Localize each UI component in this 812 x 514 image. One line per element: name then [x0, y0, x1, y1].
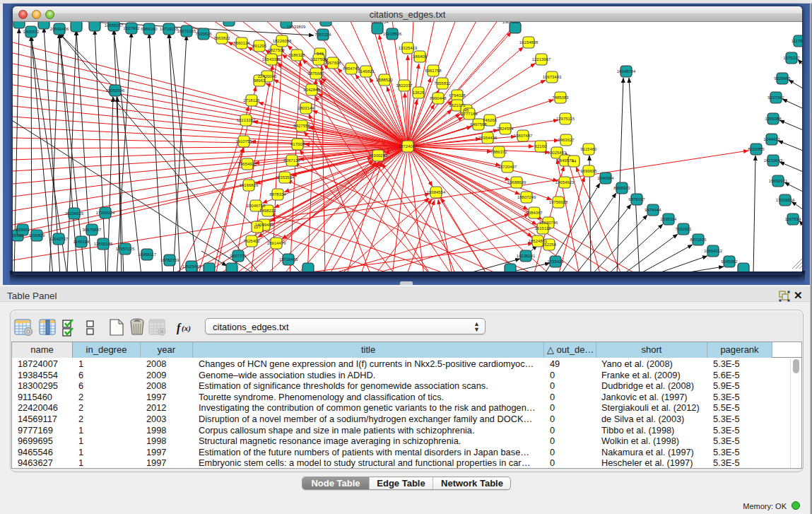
svg-text:7886372: 7886372: [490, 150, 507, 154]
svg-text:19756928: 19756928: [549, 200, 568, 204]
svg-text:9777169: 9777169: [461, 112, 478, 116]
svg-text:62160: 62160: [535, 144, 547, 148]
svg-text:16154808: 16154808: [519, 40, 539, 45]
svg-text:7357224: 7357224: [314, 33, 331, 37]
svg-text:9657771: 9657771: [230, 254, 247, 258]
svg-text:6794028: 6794028: [449, 93, 466, 98]
svg-text:2367608: 2367608: [324, 61, 341, 65]
svg-text:8215955: 8215955: [748, 147, 765, 151]
svg-text:1615112: 1615112: [535, 226, 552, 230]
svg-text:8660124: 8660124: [233, 41, 250, 45]
svg-text:39159: 39159: [13, 233, 24, 238]
svg-text:8267130: 8267130: [283, 158, 300, 163]
svg-text:15720407: 15720407: [498, 165, 517, 169]
svg-text:891295: 891295: [252, 44, 267, 48]
svg-text:7485083: 7485083: [552, 95, 569, 100]
svg-text:20691406: 20691406: [50, 27, 69, 31]
svg-text:44: 44: [572, 159, 577, 163]
svg-text:8990448: 8990448: [430, 96, 447, 100]
svg-text:746266: 746266: [483, 118, 498, 122]
svg-text:(x): (x): [182, 324, 191, 333]
svg-text:15692971: 15692971: [769, 179, 788, 183]
svg-text:8958923: 8958923: [613, 186, 630, 190]
svg-text:7632621: 7632621: [675, 227, 692, 231]
svg-text:10719155: 10719155: [160, 27, 179, 31]
svg-text:2588520: 2588520: [376, 78, 393, 82]
svg-text:16543382: 16543382: [262, 57, 281, 62]
svg-text:9463627: 9463627: [558, 138, 575, 142]
svg-text:15716485: 15716485: [279, 257, 298, 262]
svg-text:3875685: 3875685: [307, 71, 324, 76]
svg-text:8471676: 8471676: [690, 238, 707, 242]
svg-text:16210643: 16210643: [764, 158, 783, 163]
svg-text:1145194: 1145194: [73, 240, 90, 244]
svg-text:2935114: 2935114: [661, 217, 678, 221]
svg-text:10046758: 10046758: [247, 204, 266, 208]
svg-text:1640954: 1640954: [597, 176, 614, 180]
svg-text:9227342: 9227342: [767, 95, 784, 100]
svg-text:9827500: 9827500: [268, 48, 285, 52]
svg-text:90975887: 90975887: [83, 228, 102, 232]
svg-text:6966160: 6966160: [141, 27, 158, 31]
svg-text:546: 546: [317, 52, 324, 56]
svg-text:1733426: 1733426: [547, 259, 564, 264]
svg-text:2718126: 2718126: [243, 98, 260, 103]
svg-text:1405572: 1405572: [23, 30, 40, 34]
svg-text:1117644: 1117644: [792, 39, 802, 43]
svg-text:13626: 13626: [413, 90, 425, 95]
svg-text:835061: 835061: [16, 228, 30, 232]
svg-text:127: 127: [254, 225, 261, 229]
svg-text:8813054: 8813054: [372, 22, 389, 24]
svg-text:8186328: 8186328: [288, 53, 305, 57]
svg-text:10973493: 10973493: [543, 75, 562, 79]
svg-text:29053346: 29053346: [106, 88, 125, 93]
svg-text:10120746: 10120746: [539, 221, 558, 225]
svg-text:252254: 252254: [542, 243, 557, 247]
svg-text:10025453: 10025453: [548, 151, 567, 155]
svg-text:14136141: 14136141: [517, 254, 536, 258]
svg-text:1156829: 1156829: [29, 233, 46, 238]
svg-text:9474444: 9474444: [645, 208, 661, 212]
svg-text:16033809: 16033809: [287, 25, 306, 29]
svg-text:10688609: 10688609: [507, 180, 526, 185]
svg-text:1167534: 1167534: [785, 217, 802, 221]
svg-text:16671355: 16671355: [177, 29, 196, 33]
svg-text:7625402: 7625402: [243, 239, 260, 243]
svg-text:1209388: 1209388: [765, 117, 782, 121]
svg-text:3824554: 3824554: [497, 127, 514, 131]
svg-text:7515526: 7515526: [195, 32, 212, 36]
svg-text:17016504: 17016504: [776, 198, 795, 202]
svg-text:13325419: 13325419: [399, 46, 418, 50]
svg-text:16782759: 16782759: [160, 258, 180, 262]
svg-text:12213967: 12213967: [532, 57, 551, 62]
svg-text:12942737: 12942737: [49, 237, 69, 241]
svg-text:1910755: 1910755: [235, 139, 252, 144]
svg-text:10958117: 10958117: [138, 252, 157, 257]
svg-text:17359924: 17359924: [96, 211, 115, 215]
svg-text:8427552: 8427552: [293, 124, 310, 128]
svg-text:f: f: [177, 322, 182, 334]
svg-text:16648784: 16648784: [617, 69, 636, 74]
svg-text:12975115: 12975115: [556, 117, 575, 121]
svg-text:1527602: 1527602: [123, 26, 140, 30]
svg-text:10655267: 10655267: [105, 23, 124, 28]
svg-text:15300293: 15300293: [369, 153, 388, 158]
svg-text:10654112: 10654112: [704, 249, 723, 253]
svg-text:19218506: 19218506: [383, 32, 402, 36]
svg-text:98963: 98963: [254, 78, 266, 83]
svg-text:1498222: 1498222: [259, 209, 276, 213]
svg-text:19654923: 19654923: [555, 180, 575, 185]
svg-text:19166829: 19166829: [240, 183, 259, 187]
svg-text:1575107: 1575107: [783, 56, 800, 60]
svg-text:12923468: 12923468: [182, 264, 201, 269]
svg-text:1244413: 1244413: [763, 137, 780, 141]
svg-text:2803144: 2803144: [298, 106, 314, 110]
svg-text:186409: 186409: [413, 54, 428, 59]
svg-text:17957225: 17957225: [116, 247, 135, 251]
svg-text:6961758: 6961758: [425, 69, 442, 73]
svg-text:12505185: 12505185: [94, 242, 113, 246]
svg-text:20206525: 20206525: [65, 211, 84, 216]
svg-text:18807249: 18807249: [517, 195, 536, 199]
svg-text:19654925: 19654925: [238, 162, 257, 166]
svg-text:18724007: 18724007: [399, 144, 418, 148]
